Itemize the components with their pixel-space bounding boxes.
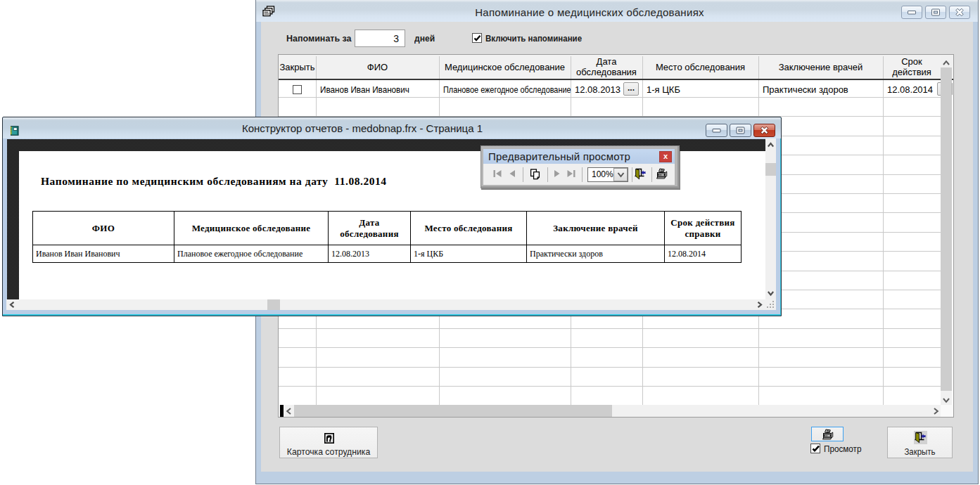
minimize-button[interactable] — [901, 6, 922, 19]
grid-column-separator — [439, 56, 440, 79]
employee-card-button[interactable]: Карточка сотрудника — [279, 427, 378, 458]
report-cell-place: 1-я ЦКБ — [411, 245, 527, 263]
grid-row-line — [279, 347, 941, 348]
grid-hscroll-black-cap — [280, 405, 284, 417]
cell-fio[interactable]: Иванов Иван Иванович — [320, 82, 425, 98]
close-button[interactable] — [949, 6, 970, 19]
next-page-button[interactable] — [552, 169, 562, 179]
pages-button[interactable] — [530, 169, 541, 180]
cell-exam[interactable]: Плановое ежегодное обследование — [443, 82, 570, 98]
close-form-label: Закрыть — [891, 446, 948, 457]
close-x-icon — [754, 124, 775, 136]
report-table-data-row: Иванов Иван Иванович Плановое ежегодное … — [33, 245, 742, 263]
grid-scroll-corner — [941, 405, 953, 417]
grid-header-valid[interactable]: Срок действия — [883, 55, 941, 79]
toolbar-separator — [523, 167, 523, 182]
toolbar-separator — [651, 167, 652, 182]
report-scroll-up-icon[interactable] — [768, 142, 774, 148]
chevron-down-icon — [617, 171, 625, 179]
report-header-valid: Срок действия справки — [665, 212, 742, 245]
report-header-conclusion: Заключение врачей — [527, 212, 665, 245]
report-cell-conclusion: Практически здоров — [527, 245, 665, 263]
restore-icon — [730, 124, 751, 136]
report-horizontal-scrollbar[interactable] — [6, 299, 765, 310]
grid-column-separator — [758, 56, 759, 79]
grid-header-exam[interactable]: Медицинское обследование — [439, 55, 571, 79]
toolbar-separator — [547, 167, 548, 182]
report-scroll-left-icon[interactable] — [9, 302, 15, 308]
toolbar-separator — [582, 167, 583, 182]
checkmark-icon — [811, 444, 820, 453]
cell-conclusion[interactable]: Практически здоров — [763, 82, 882, 98]
report-header-exam: Медицинское обследование — [174, 212, 329, 245]
toolbar-separator — [632, 167, 632, 182]
grid-header-conclusion[interactable]: Заключение врачей — [758, 55, 883, 79]
row-close-checkbox[interactable] — [293, 85, 302, 94]
cell-valid[interactable]: 12.08.2014 — [887, 82, 936, 98]
minimize-icon — [902, 6, 922, 18]
print-preview-button[interactable] — [656, 168, 668, 180]
grid-column-separator — [883, 56, 884, 79]
grid-vscroll-thumb[interactable] — [941, 67, 952, 391]
include-reminder-label: Включить напоминание — [485, 33, 582, 44]
last-page-button[interactable] — [566, 169, 576, 179]
grid-header-fio[interactable]: ФИО — [316, 55, 439, 79]
report-scroll-corner — [765, 299, 776, 310]
employee-card-label: Карточка сотрудника — [283, 446, 374, 457]
cell-place[interactable]: 1-я ЦКБ — [647, 82, 756, 98]
report-cell-valid: 12.08.2014 — [665, 245, 742, 263]
report-close-button[interactable] — [753, 124, 775, 137]
report-maximize-button[interactable] — [730, 124, 751, 137]
resize-grip-icon[interactable] — [765, 299, 776, 310]
grid-horizontal-scrollbar[interactable] — [279, 405, 941, 417]
date-ellipsis-button[interactable]: ... — [623, 82, 639, 96]
door-arrow-icon — [915, 432, 927, 444]
grid-vertical-scrollbar[interactable] — [941, 56, 952, 405]
exit-door-icon — [914, 431, 927, 444]
scroll-right-icon[interactable] — [933, 408, 939, 415]
zoom-value: 100% — [592, 169, 613, 179]
print-button[interactable] — [811, 427, 844, 441]
report-header-date: Дата обследования — [329, 212, 411, 245]
grid-hscroll-thumb[interactable] — [294, 405, 612, 417]
prev-page-button[interactable] — [507, 169, 517, 179]
cell-date[interactable]: 12.08.2013 — [575, 82, 621, 98]
card-stack-icon — [262, 6, 275, 18]
grid-header-date[interactable]: Дата обследования — [571, 55, 642, 79]
report-scroll-down-icon[interactable] — [768, 290, 774, 297]
report-header-fio: ФИО — [33, 212, 174, 245]
remind-days-input[interactable] — [355, 30, 405, 47]
grid-header-close[interactable]: Закрыть — [279, 55, 316, 79]
preview-toolbar-close-button[interactable]: x — [659, 151, 672, 162]
report-scroll-right-icon[interactable] — [756, 302, 763, 308]
include-reminder-checkbox[interactable] — [472, 33, 482, 43]
printer-icon — [822, 429, 834, 441]
report-vertical-scrollbar[interactable] — [765, 138, 776, 299]
grid-row-line — [279, 328, 941, 329]
scroll-down-icon[interactable] — [943, 397, 950, 403]
report-cell-exam: Плановое ежегодное обследование — [174, 245, 329, 263]
grid-row-line — [279, 386, 941, 387]
minimize-icon — [706, 124, 727, 136]
grid-column-separator — [642, 56, 643, 79]
scroll-up-icon[interactable] — [943, 60, 950, 66]
grid-column-separator — [316, 56, 317, 79]
grid-header-place[interactable]: Место обследования — [642, 55, 758, 79]
preview-checkbox-label: Просмотр — [824, 444, 861, 454]
report-hscroll-thumb[interactable] — [267, 299, 280, 310]
report-notebook-icon — [9, 126, 19, 136]
report-vscroll-thumb[interactable] — [765, 163, 776, 176]
first-page-button[interactable] — [492, 169, 502, 179]
maximize-button[interactable] — [925, 6, 946, 19]
main-window-title: Напоминание о медицинских обследованиях — [278, 6, 901, 19]
exit-preview-button[interactable] — [635, 168, 647, 180]
zoom-dropdown-button[interactable] — [613, 168, 628, 181]
preview-checkbox[interactable] — [810, 444, 820, 453]
report-minimize-button[interactable] — [706, 124, 727, 137]
remind-label: Напоминать за — [286, 33, 352, 44]
days-label: дней — [414, 33, 435, 44]
grid-row-line — [279, 367, 941, 368]
close-x-icon — [950, 6, 969, 18]
scroll-left-icon[interactable] — [286, 408, 292, 415]
close-form-button[interactable]: Закрыть — [887, 427, 953, 458]
